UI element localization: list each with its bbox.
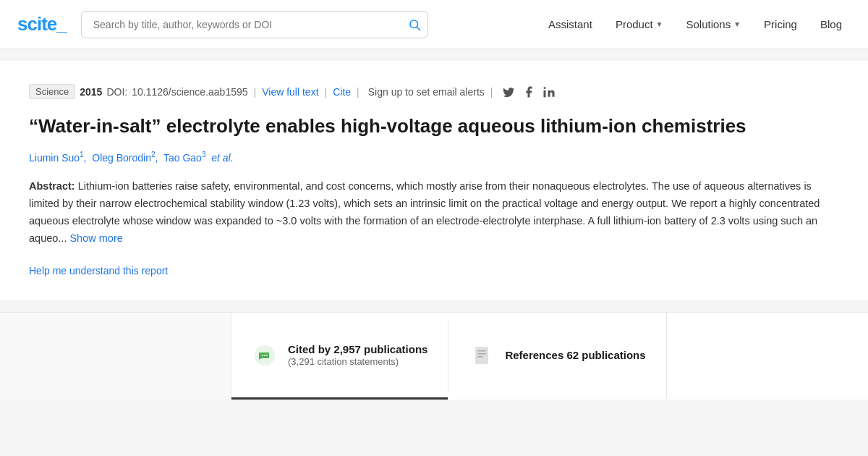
svg-point-5	[262, 355, 263, 356]
cited-by-text: Cited by 2,957 publications (3,291 citat…	[288, 343, 427, 367]
article-title: “Water-in-salt” electrolyte enables high…	[29, 114, 839, 139]
citations-tabs: Cited by 2,957 publications (3,291 citat…	[231, 313, 868, 400]
nav-item-pricing[interactable]: Pricing	[755, 12, 806, 36]
references-tab[interactable]: References 62 publications	[448, 313, 666, 400]
svg-rect-8	[475, 347, 488, 364]
search-button[interactable]	[408, 18, 421, 31]
svg-point-3	[544, 86, 546, 88]
svg-rect-10	[477, 353, 486, 355]
search-bar	[81, 11, 428, 38]
authors: Liumin Suo1, Oleg Borodin2, Tao Gao3 et …	[29, 151, 839, 164]
nav-item-product[interactable]: Product ▼	[607, 12, 672, 36]
article-card: Science 2015 DOI: 10.1126/science.aab159…	[0, 61, 868, 300]
separator: |	[325, 86, 328, 98]
header: scite_ Assistant Product ▼ Solutions ▼ P…	[0, 0, 868, 49]
cited-by-tab[interactable]: Cited by 2,957 publications (3,291 citat…	[231, 313, 448, 400]
et-al-link[interactable]: et al.	[211, 152, 233, 164]
doi-value: 10.1126/science.aab1595	[132, 86, 247, 98]
author-2[interactable]: Oleg Borodin2	[92, 152, 155, 164]
facebook-icon[interactable]	[522, 85, 536, 99]
author-3[interactable]: Tao Gao3	[163, 152, 206, 164]
cite-link[interactable]: Cite	[333, 86, 351, 98]
author-1[interactable]: Liumin Suo1	[29, 152, 84, 164]
abstract-text: Lithium-ion batteries raise safety, envi…	[29, 180, 820, 244]
search-icon	[408, 18, 421, 31]
svg-rect-9	[477, 350, 486, 352]
doi-label: DOI:	[106, 86, 127, 98]
sign-up-alert: Sign up to set email alerts	[368, 86, 485, 98]
left-panel	[0, 313, 231, 400]
separator: |	[254, 86, 257, 98]
citations-section: Cited by 2,957 publications (3,291 citat…	[0, 312, 868, 400]
social-icons	[501, 85, 556, 99]
svg-point-7	[266, 355, 268, 356]
abstract: Abstract: Lithium-ion batteries raise sa…	[29, 178, 839, 248]
separator: |	[357, 86, 359, 98]
show-more-link[interactable]: Show more	[69, 232, 122, 244]
svg-line-1	[417, 27, 420, 30]
chevron-down-icon: ▼	[656, 20, 663, 28]
abstract-label: Abstract:	[29, 180, 75, 192]
twitter-icon[interactable]	[501, 85, 516, 99]
cited-by-sub: (3,291 citation statements)	[288, 356, 427, 367]
nav-item-blog[interactable]: Blog	[812, 12, 851, 36]
meta-row: Science 2015 DOI: 10.1126/science.aab159…	[29, 84, 839, 99]
svg-point-6	[264, 355, 265, 356]
document-icon	[469, 342, 495, 368]
references-text: References 62 publications	[505, 349, 645, 361]
help-understand-link[interactable]: Help me understand this report	[29, 265, 168, 276]
svg-rect-11	[477, 356, 483, 358]
separator: |	[490, 86, 493, 98]
linkedin-icon[interactable]	[542, 85, 556, 99]
chat-bubble-icon	[252, 342, 278, 368]
logo[interactable]: scite_	[17, 13, 67, 35]
cited-by-main: Cited by 2,957 publications	[288, 343, 427, 355]
article-year: 2015	[80, 86, 102, 98]
search-input[interactable]	[81, 11, 428, 38]
nav-item-assistant[interactable]: Assistant	[540, 12, 601, 36]
journal-badge: Science	[29, 84, 75, 99]
chevron-down-icon: ▼	[733, 20, 741, 28]
main-nav: Assistant Product ▼ Solutions ▼ Pricing …	[540, 12, 851, 36]
svg-rect-2	[544, 90, 546, 97]
nav-item-solutions[interactable]: Solutions ▼	[677, 12, 749, 36]
view-full-text-link[interactable]: View full text	[262, 86, 318, 98]
references-main: References 62 publications	[505, 349, 645, 361]
